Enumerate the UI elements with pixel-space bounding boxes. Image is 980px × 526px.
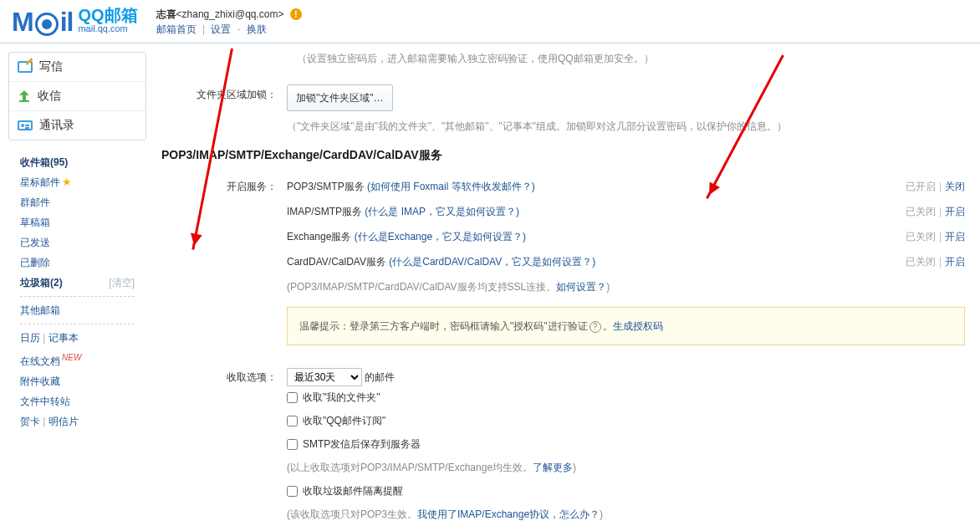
recv-range-select[interactable]: 最近30天 xyxy=(287,368,362,386)
app-header: Mil QQ邮箱 mail.qq.com 志喜<zhang_zhixi@qq.c… xyxy=(0,0,980,43)
svc-imap-action[interactable]: 开启 xyxy=(945,206,965,217)
user-name: 志喜 xyxy=(156,8,176,20)
nav-home[interactable]: 邮箱首页 xyxy=(156,23,197,35)
svc-exchange-help[interactable]: (什么是Exchange，它又是如何设置？) xyxy=(355,231,526,243)
auth-code-notice: 温馨提示：登录第三方客户端时，密码框请输入"授权码"进行验证?。生成授权码 xyxy=(287,307,965,345)
sidebar-card[interactable]: 贺卡 xyxy=(20,416,40,427)
nav-skin[interactable]: 换肤 xyxy=(247,23,267,35)
top-note: （设置独立密码后，进入邮箱需要输入独立密码验证，使用QQ邮箱更加安全。） xyxy=(297,52,965,66)
svc-pop3-action[interactable]: 关闭 xyxy=(945,181,965,192)
ssl-link[interactable]: 如何设置？ xyxy=(556,281,606,293)
sidebar-calendar[interactable]: 日历 xyxy=(20,332,40,344)
user-email: <zhang_zhixi@qq.com> xyxy=(176,8,284,20)
sidebar-deleted[interactable]: 已删除 xyxy=(20,253,50,273)
star-icon: ★ xyxy=(62,176,72,188)
gen-auth-code[interactable]: 生成授权码 xyxy=(613,320,663,332)
chk4-note: (该收取选项只对POP3生效。我使用了IMAP/Exchange协议，怎么办？) xyxy=(287,504,965,524)
logo-cn: QQ邮箱 xyxy=(78,7,137,23)
svc-exchange-action[interactable]: 开启 xyxy=(945,231,965,243)
svc-pop3-help[interactable]: (如何使用 Foxmail 等软件收发邮件？) xyxy=(367,181,535,192)
compose-button[interactable]: 写信 xyxy=(9,53,145,81)
sidebar-sent[interactable]: 已发送 xyxy=(20,232,50,253)
contact-icon xyxy=(18,120,33,130)
lock-button[interactable]: 加锁"文件夹区域"… xyxy=(287,84,393,111)
recv-label: 收取选项： xyxy=(161,367,287,526)
contacts-button[interactable]: 通讯录 xyxy=(9,110,145,140)
sidebar-other[interactable]: 其他邮箱 xyxy=(20,300,60,320)
sidebar-transfer[interactable]: 文件中转站 xyxy=(20,391,70,411)
chk-spam-remind[interactable]: 收取垃圾邮件隔离提醒 xyxy=(287,485,403,497)
user-line: 志喜<zhang_zhixi@qq.com> ! xyxy=(156,7,302,22)
svc-exchange: 已关闭|开启 Exchange服务 (什么是Exchange，它又是如何设置？) xyxy=(287,227,965,247)
learn-more[interactable]: 了解更多 xyxy=(533,462,573,473)
content-pane: （设置独立密码后，进入邮箱需要输入独立密码验证，使用QQ邮箱更加安全。） 文件夹… xyxy=(146,43,980,526)
sidebar: 写信 收信 通讯录 收件箱(95) 星标邮件★ 群邮件 草稿箱 已发送 已删除 … xyxy=(0,43,146,526)
logo[interactable]: Mil QQ邮箱 mail.qq.com xyxy=(12,7,138,38)
svc-imap-help[interactable]: (什么是 IMAP，它又是如何设置？) xyxy=(365,206,519,217)
svc-pop3: 已开启|关闭 POP3/SMTP服务 (如何使用 Foxmail 等软件收发邮件… xyxy=(287,176,965,197)
svc-carddav: 已关闭|开启 CardDAV/CalDAV服务 (什么是CardDAV/CalD… xyxy=(287,252,965,272)
sidebar-docs[interactable]: 在线文档 xyxy=(20,355,60,367)
quick-panel: 写信 收信 通讯录 xyxy=(8,52,146,140)
service-section-title: POP3/IMAP/SMTP/Exchange/CardDAV/CalDAV服务 xyxy=(161,148,965,163)
receive-button[interactable]: 收信 xyxy=(9,81,145,110)
inbox-icon xyxy=(18,90,31,102)
sidebar-starred[interactable]: 星标邮件 xyxy=(20,176,60,188)
sidebar-inbox[interactable]: 收件箱(95) xyxy=(20,152,68,172)
chk-smtp-save[interactable]: SMTP发信后保存到服务器 xyxy=(287,438,421,450)
new-badge: NEW xyxy=(62,353,81,362)
svc-carddav-help[interactable]: (什么是CardDAV/CalDAV，它又是如何设置？) xyxy=(389,256,595,268)
recv-suffix: 的邮件 xyxy=(365,371,395,383)
ssl-note: (POP3/IMAP/SMTP/CardDAV/CalDAV服务均支持SSL连接… xyxy=(287,277,965,297)
trash-clear[interactable]: [清空] xyxy=(109,273,135,293)
write-icon xyxy=(18,61,33,73)
help-icon[interactable]: ? xyxy=(590,321,601,333)
chk3-note: (以上收取选项对POP3/IMAP/SMTP/Exchange均生效。了解更多) xyxy=(287,457,965,477)
penguin-icon xyxy=(35,13,59,36)
logo-en: mail.qq.com xyxy=(78,23,137,33)
warn-icon[interactable]: ! xyxy=(290,8,302,20)
svc-imap: 已关闭|开启 IMAP/SMTP服务 (什么是 IMAP，它又是如何设置？) xyxy=(287,202,965,222)
lock-note: （"文件夹区域"是由"我的文件夹"、"其他邮箱"、"记事本"组成。加锁即对这几部… xyxy=(287,116,965,136)
imap-help[interactable]: 我使用了IMAP/Exchange协议，怎么办？ xyxy=(417,508,600,520)
nav-settings[interactable]: 设置 xyxy=(211,23,231,35)
chk-subscribe[interactable]: 收取"QQ邮件订阅" xyxy=(287,415,385,426)
folder-list: 收件箱(95) 星标邮件★ 群邮件 草稿箱 已发送 已删除 垃圾箱(2)[清空]… xyxy=(8,149,146,440)
svg-rect-0 xyxy=(19,100,29,102)
sidebar-trash[interactable]: 垃圾箱(2) xyxy=(20,273,63,293)
service-label: 开启服务： xyxy=(161,176,287,345)
sidebar-group[interactable]: 群邮件 xyxy=(20,192,50,212)
svc-carddav-action[interactable]: 开启 xyxy=(945,256,965,268)
chk-myfolder[interactable]: 收取"我的文件夹" xyxy=(287,391,380,403)
sidebar-drafts[interactable]: 草稿箱 xyxy=(20,212,50,232)
sidebar-postcard[interactable]: 明信片 xyxy=(48,416,79,427)
sidebar-attach[interactable]: 附件收藏 xyxy=(20,371,60,391)
sidebar-notepad[interactable]: 记事本 xyxy=(48,332,79,344)
